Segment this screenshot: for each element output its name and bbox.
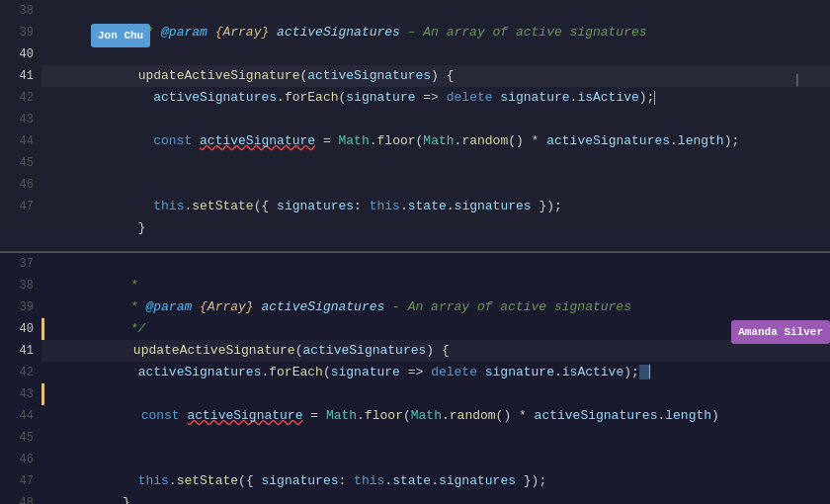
bottom-code-lines[interactable]: * * @param {Array} activeSignatures - An…	[42, 253, 830, 505]
line-num: 43	[0, 109, 34, 130]
code-line-b43: const activeSignature = Math.floor(Math.…	[42, 383, 830, 405]
code-line-45	[42, 152, 830, 174]
code-line-39: Jon Chu	[42, 22, 830, 43]
code-line-38: * @param {Array} activeSignatures – An a…	[42, 0, 830, 22]
code-line-b42	[42, 362, 830, 383]
line-num: 47	[0, 470, 34, 492]
code-line-b44	[42, 405, 830, 427]
code-line-43: const activeSignature = Math.floor(Math.…	[42, 109, 830, 130]
code-line-b38: * @param {Array} activeSignatures - An a…	[42, 275, 830, 296]
top-pane: 38 39 40 41 42 43 44 45 46 47 * @param {…	[0, 0, 830, 252]
line-num: 41	[0, 340, 34, 362]
line-num: 40	[0, 43, 34, 65]
code-line-44	[42, 130, 830, 152]
line-num: 38	[0, 0, 34, 22]
line-num: 46	[0, 449, 34, 470]
code-line-b47: }	[42, 470, 830, 492]
code-line-b37: *	[42, 253, 830, 275]
user-tag-amanda-silver: Amanda Silver	[731, 320, 830, 344]
line-num: 40	[0, 318, 34, 340]
code-line-b41: activeSignatures.forEach(signature => de…	[42, 340, 830, 362]
code-line-40: updateActiveSignature(activeSignatures) …	[42, 43, 830, 65]
top-code-area: 38 39 40 41 42 43 44 45 46 47 * @param {…	[0, 0, 830, 251]
line-num: 41	[0, 65, 34, 87]
bottom-pane: 37 38 39 40 41 42 43 44 45 46 47 48 *	[0, 253, 830, 505]
code-line-b46: this.setState({ signatures: this.state.s…	[42, 449, 830, 470]
line-num: 37	[0, 253, 34, 275]
line-num: 46	[0, 174, 34, 196]
line-num: 48	[0, 492, 34, 505]
line-num: 44	[0, 130, 34, 152]
line-num: 42	[0, 362, 34, 383]
code-line-b40: updateActiveSignature(activeSignatures) …	[42, 318, 830, 340]
line-num: 42	[0, 87, 34, 109]
line-num: 45	[0, 427, 34, 449]
line-num: 38	[0, 275, 34, 296]
code-line-42	[42, 87, 830, 109]
editor-container: 38 39 40 41 42 43 44 45 46 47 * @param {…	[0, 0, 830, 504]
code-line-b45	[42, 427, 830, 449]
line-num: 47	[0, 196, 34, 217]
code-line-46: this.setState({ signatures: this.state.s…	[42, 174, 830, 196]
top-line-numbers: 38 39 40 41 42 43 44 45 46 47	[0, 0, 42, 251]
code-line-47: }	[42, 196, 830, 217]
code-line-b39: */	[42, 296, 830, 318]
line-num: 39	[0, 296, 34, 318]
top-code-lines[interactable]: * @param {Array} activeSignatures – An a…	[42, 0, 830, 251]
line-num: 45	[0, 152, 34, 174]
line-num: 43	[0, 383, 34, 405]
line-num: 44	[0, 405, 34, 427]
line-num: 39	[0, 22, 34, 43]
bottom-line-numbers: 37 38 39 40 41 42 43 44 45 46 47 48	[0, 253, 42, 505]
user-tag-jon-chu: Jon Chu	[91, 24, 150, 47]
code-line-41: activeSignatures.forEach(signature => de…	[42, 65, 830, 87]
bottom-code-area: 37 38 39 40 41 42 43 44 45 46 47 48 *	[0, 253, 830, 505]
code-line-b48	[42, 492, 830, 505]
